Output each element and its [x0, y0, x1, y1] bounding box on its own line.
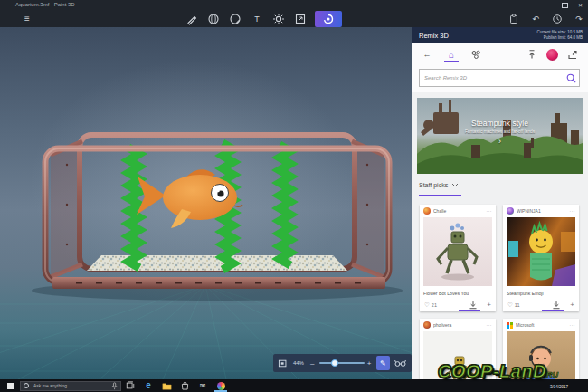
remix-3d-panel: Remix 3D Current file size: 10.5 MB Publ…	[412, 27, 588, 379]
card-header: Microsoft ···	[503, 319, 579, 331]
open-remix-site-button[interactable]	[566, 48, 579, 61]
steampunk-emoji-artwork	[507, 217, 575, 286]
search-input[interactable]	[419, 69, 580, 87]
download-button[interactable]	[552, 301, 561, 310]
remix-nav-bar: ← ⌂	[412, 43, 588, 65]
creator-avatar[interactable]	[507, 207, 514, 215]
like-icon[interactable]: ♡	[424, 301, 430, 309]
card-header: Challe ···	[420, 205, 496, 217]
more-menu-icon[interactable]: ···	[570, 322, 576, 328]
like-count: 11	[515, 302, 553, 308]
download-underline	[459, 310, 480, 311]
brush-icon	[185, 13, 198, 25]
more-menu-icon[interactable]: ···	[570, 208, 576, 214]
window-title: Aquarium.3mf - Paint 3D	[15, 2, 75, 7]
sticker-icon	[229, 13, 242, 25]
launch-icon	[567, 49, 578, 60]
section-divider	[412, 196, 588, 196]
cortana-icon	[24, 383, 29, 388]
banner-subtitle: Fantastic machines and far-off lands	[417, 129, 583, 134]
edit-mode-button[interactable]: ✎	[376, 356, 390, 370]
close-button[interactable]: ✕	[573, 0, 588, 10]
cortana-search-box[interactable]	[20, 381, 121, 391]
user-avatar[interactable]	[546, 49, 558, 61]
card-actions: ♡ 21 +	[420, 298, 496, 311]
zoom-in-button[interactable]: +	[366, 359, 372, 368]
stickers-tool-button[interactable]	[228, 12, 242, 26]
sphere-icon	[207, 13, 220, 25]
zoom-slider[interactable]	[319, 359, 362, 368]
canvas-tool-button[interactable]	[293, 12, 308, 26]
edge-icon: e	[146, 381, 151, 390]
aquarium-scene	[0, 27, 412, 379]
creator-avatar[interactable]	[423, 207, 431, 215]
home-tab[interactable]: ⌂	[445, 48, 458, 61]
creator-name: Microsoft	[516, 322, 567, 328]
creator-avatar[interactable]	[423, 321, 431, 329]
mail-button[interactable]: ✉	[194, 379, 212, 392]
microphone-icon[interactable]	[111, 382, 118, 390]
fit-to-view-icon[interactable]	[278, 359, 287, 368]
card-header: WIPNINJA1 ···	[503, 205, 579, 217]
more-menu-icon[interactable]: ···	[487, 322, 493, 328]
banner-chevron-icon[interactable]: ›	[417, 137, 583, 146]
start-button[interactable]	[0, 379, 20, 392]
paint3d-window: Aquarium.3mf - Paint 3D ✕ ≡ T	[0, 0, 588, 392]
staff-picks-dropdown[interactable]: Staff picks	[419, 182, 459, 188]
download-icon	[469, 301, 478, 310]
zoom-slider-thumb[interactable]	[331, 359, 338, 367]
history-button[interactable]	[551, 13, 564, 25]
minimize-button[interactable]	[542, 0, 557, 10]
zoom-out-button[interactable]: –	[309, 359, 315, 368]
main-toolbar: ≡ T ↶	[0, 10, 588, 27]
redo-button[interactable]: ↷	[573, 13, 585, 25]
watermark-suffix: RU	[546, 370, 558, 379]
undo-button[interactable]: ↶	[529, 13, 542, 25]
remix-3d-button[interactable]	[315, 11, 342, 27]
chevron-down-icon	[451, 183, 459, 187]
menu-button[interactable]: ≡	[20, 10, 34, 27]
model-card-flower-bot[interactable]: Challe ··· Flo	[420, 205, 496, 311]
steampunk-banner[interactable]: Steampunk style Fantastic machines and f…	[417, 98, 583, 174]
staff-picks-section: Staff picks	[412, 179, 588, 199]
mixed-reality-button[interactable]	[394, 356, 407, 370]
folder-icon	[162, 382, 172, 390]
add-to-scene-button[interactable]: +	[487, 301, 491, 309]
3d-glasses-icon	[394, 359, 406, 368]
like-icon[interactable]: ♡	[507, 301, 513, 309]
upload-icon	[526, 49, 537, 60]
creator-name: pholivera	[433, 322, 484, 328]
boards-icon	[470, 49, 481, 60]
3d-viewport[interactable]	[0, 27, 412, 379]
3d-shapes-tool-button[interactable]	[206, 12, 221, 26]
task-view-button[interactable]	[121, 379, 139, 392]
effects-tool-button[interactable]	[271, 12, 286, 26]
back-button[interactable]: ←	[421, 48, 433, 61]
edge-browser-button[interactable]: e	[139, 379, 157, 392]
more-menu-icon[interactable]: ···	[487, 208, 493, 214]
publish-limit: Publish limit: 64.0 MB	[536, 35, 583, 41]
model-thumbnail[interactable]	[507, 217, 575, 286]
model-thumbnail[interactable]	[423, 217, 492, 286]
download-button[interactable]	[469, 301, 478, 310]
maximize-button[interactable]	[557, 0, 573, 10]
taskbar-search-input[interactable]	[32, 382, 109, 389]
card-actions: ♡ 11 +	[503, 298, 579, 311]
brush-tool-button[interactable]	[185, 12, 199, 26]
download-icon	[552, 301, 561, 310]
store-button[interactable]	[175, 379, 194, 392]
model-title: Steampunk Emoji	[503, 286, 579, 296]
zoom-level: 44%	[291, 360, 305, 366]
search-icon[interactable]	[566, 73, 576, 83]
upload-button[interactable]	[526, 48, 538, 61]
paint3d-taskbar-button[interactable]	[212, 379, 230, 392]
microsoft-logo	[507, 322, 513, 329]
file-explorer-button[interactable]	[157, 379, 175, 392]
text-tool-button[interactable]: T	[250, 12, 264, 26]
model-card-steampunk-emoji[interactable]: WIPNINJA1 ··· Steampunk Emoji ♡	[503, 205, 579, 311]
boards-tab[interactable]	[469, 48, 482, 61]
add-to-scene-button[interactable]: +	[570, 301, 574, 309]
watermark-text: COOP-LanD	[438, 361, 546, 381]
remix-3d-icon	[322, 13, 335, 25]
paste-button[interactable]	[507, 13, 520, 25]
